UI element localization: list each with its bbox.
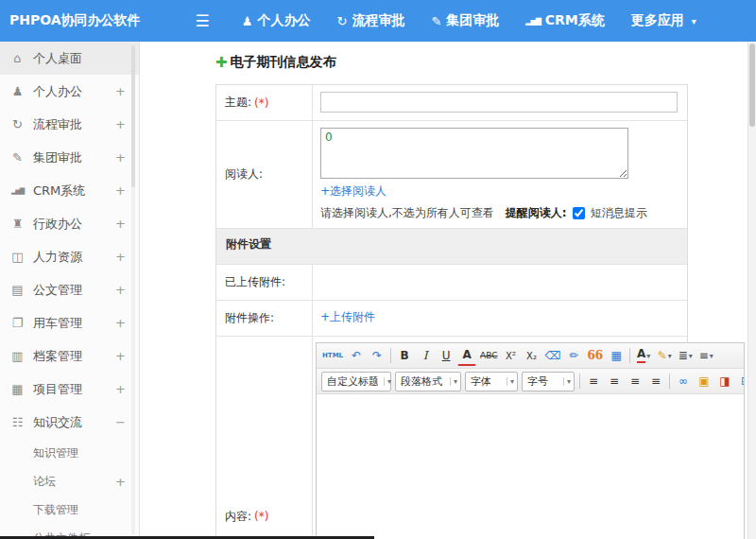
page-layout: ⌂ 个人桌面 ♟ 个人办公 + ↻ 流程审批 + ✎ 集团审批 + ▂▅▇ CR… [0,42,756,539]
rich-text-editor: HTML ↶ ↷ B I U A ABC X² X₂ ⌫ ✏ [316,342,745,539]
forecolor-button[interactable]: A [457,346,476,366]
expand-icon[interactable]: + [115,117,126,131]
nav-label: CRM系统 [545,12,605,29]
nav-item-more-apps[interactable]: 更多应用 ▾ [631,12,696,29]
expand-icon[interactable]: + [115,382,126,396]
table-button[interactable]: ▦ [607,346,626,366]
paragraph-format-select[interactable]: 段落格式 ▾ [395,372,461,391]
collapse-icon[interactable]: − [115,415,126,429]
page-scrollbar-thumb[interactable] [749,43,755,127]
select-readers-link[interactable]: +选择阅读人 [320,183,387,200]
nav-item-personal-office[interactable]: ♟ 个人办公 [242,12,311,29]
insert-link-button[interactable]: ∞ [674,372,693,391]
sidebar-subitem-forum[interactable]: 论坛 + [0,467,139,496]
publish-form: 主题: (*) 阅读人: 0 +选择阅读人 请选择阅读人,不选为所有人可查看 [215,84,688,539]
ordered-list-icon: ≣ [679,349,688,362]
align-left-button[interactable]: ≡ [584,372,603,391]
expand-icon[interactable]: + [115,84,126,98]
font-family-select[interactable]: 字体 ▾ [465,372,518,391]
sidebar-item-knowledge[interactable]: ☷ 知识交流 − [0,406,139,439]
people-icon: ◫ [10,250,25,264]
chevron-down-icon: ▾ [384,377,391,386]
font-color-icon: A [637,348,645,362]
redo-button[interactable]: ↷ [368,346,387,366]
editor-toolbar-row2: 自定义标题 ▾ 段落格式 ▾ 字体 ▾ [317,369,744,394]
sidebar-scrollbar-thumb[interactable] [131,45,135,187]
nav-item-group-approval[interactable]: ✎ 集团审批 [431,12,499,29]
readers-textarea[interactable]: 0 [320,128,628,179]
expand-icon[interactable]: + [115,316,126,330]
format-brush-button[interactable]: ✏ [565,346,584,366]
insert-media-button[interactable]: ◨ [715,372,734,391]
ordered-list-button[interactable]: ≣ ▾ [676,346,695,366]
source-code-button[interactable]: HTML [320,346,345,366]
sidebar-item-vehicle[interactable]: ❐ 用车管理 + [0,306,139,339]
remove-format-button[interactable]: ⌫ [543,346,563,366]
font-size-select[interactable]: 字号 ▾ [522,372,575,391]
archive-icon: ▥ [10,349,25,363]
uploaded-attachments-row: 已上传附件: [216,265,687,301]
blockquote-button[interactable]: 66 [586,346,606,366]
sidebar-item-workflow-approval[interactable]: ↻ 流程审批 + [0,108,139,141]
sidebar-item-documents[interactable]: ▤ 公文管理 + [0,273,139,306]
unordered-list-icon: ≡ [699,349,709,362]
app-title: PHPOA协同办公软件 [0,12,141,29]
sidebar-item-archives[interactable]: ▥ 档案管理 + [0,339,139,373]
highlight-color-button[interactable]: ✎ ▾ [655,346,674,366]
sidebar: ⌂ 个人桌面 ♟ 个人办公 + ↻ 流程审批 + ✎ 集团审批 + ▂▅▇ CR… [0,42,140,539]
undo-button[interactable]: ↶ [347,346,366,366]
superscript-button[interactable]: X² [502,346,521,366]
main-nav: ♟ 个人办公 ↻ 流程审批 ✎ 集团审批 ▂▅▇ CRM系统 更多应用 ▾ [242,12,696,29]
sidebar-item-projects[interactable]: ▦ 项目管理 + [0,373,139,406]
italic-button[interactable]: I [416,346,435,366]
attachment-section-row: 附件设置 [216,229,687,265]
expand-icon[interactable]: + [115,349,126,363]
align-justify-button[interactable]: ≡ [646,372,665,391]
subject-input[interactable] [320,92,678,113]
align-center-button[interactable]: ≡ [605,372,624,391]
chart-icon: ▂▅▇ [10,187,25,195]
document-icon: ▤ [10,283,25,297]
chevron-down-icon: ▾ [668,352,672,360]
page-title: 电子期刊信息发布 [231,54,336,71]
sms-notify-checkbox[interactable] [573,207,585,219]
strikethrough-button[interactable]: ABC [478,346,499,366]
page-header: ✚ 电子期刊信息发布 [215,53,756,72]
bold-button[interactable]: B [395,346,414,366]
sidebar-item-hr[interactable]: ◫ 人力资源 + [0,240,139,273]
chevron-down-icon: ▾ [692,16,696,26]
align-right-button[interactable]: ≡ [626,372,644,391]
expand-icon[interactable]: + [115,150,126,165]
attachment-operation-label: 附件操作: [216,301,313,336]
attachment-section-title: 附件设置 [216,229,687,264]
editor-canvas[interactable] [317,394,744,539]
sidebar-item-group-approval[interactable]: ✎ 集团审批 + [0,141,139,174]
sidebar-item-crm[interactable]: ▂▅▇ CRM系统 + [0,174,139,207]
sidebar-item-personal-office[interactable]: ♟ 个人办公 + [0,75,139,108]
content-row: 内容: (*) HTML ↶ ↷ B I U A [216,337,687,539]
expand-icon[interactable]: + [115,475,126,489]
menu-toggle-icon[interactable]: ☰ [196,13,210,29]
unordered-list-button[interactable]: ≡ ▾ [696,346,715,366]
sidebar-item-administration[interactable]: ♜ 行政办公 + [0,207,139,240]
nav-item-workflow-approval[interactable]: ↻ 流程审批 [337,12,405,29]
uploaded-attachments-value [313,265,687,300]
subscript-button[interactable]: X₂ [523,346,541,366]
sidebar-item-desktop[interactable]: ⌂ 个人桌面 [0,42,139,75]
underline-button[interactable]: U [437,346,455,366]
readers-hint: 请选择阅读人,不选为所有人可查看 [320,205,494,221]
expand-icon[interactable]: + [115,250,126,264]
insert-image-button[interactable]: ▣ [695,372,713,391]
upload-attachment-link[interactable]: +上传附件 [320,309,375,325]
heading-select[interactable]: 自定义标题 ▾ [321,372,391,391]
nav-label: 流程审批 [352,12,404,29]
content-label: 内容: (*) [216,337,313,539]
sidebar-subitem-download[interactable]: 下载管理 [0,496,139,524]
nav-item-crm[interactable]: ▂▅▇ CRM系统 [525,12,604,29]
expand-icon[interactable]: + [115,283,126,297]
expand-icon[interactable]: + [115,217,126,231]
sidebar-subitem-knowledge-management[interactable]: 知识管理 [0,439,139,467]
font-color-button[interactable]: A ▾ [634,346,653,366]
expand-icon[interactable]: + [115,183,126,198]
insert-table-button[interactable]: ⊞ [736,372,744,391]
